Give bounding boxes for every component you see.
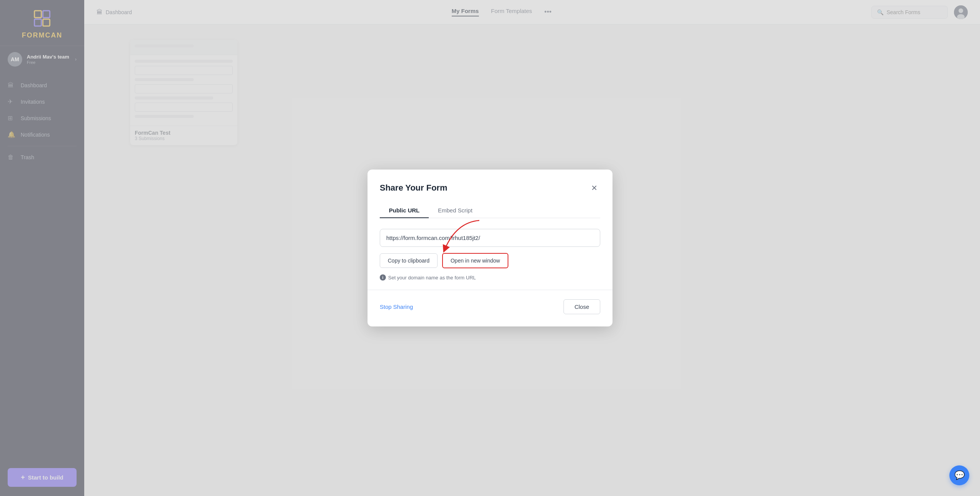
chat-icon: 💬	[954, 470, 965, 480]
tab-public-url[interactable]: Public URL	[380, 203, 429, 218]
open-in-new-window-button[interactable]: Open in new window	[442, 253, 508, 268]
modal-hint: i Set your domain name as the form URL	[380, 274, 600, 281]
public-url-input[interactable]	[380, 229, 600, 247]
modal-backdrop: Share Your Form ✕ Public URL Embed Scrip…	[0, 0, 980, 496]
close-button[interactable]: Close	[564, 299, 600, 314]
url-input-wrap	[380, 229, 600, 247]
hint-text: Set your domain name as the form URL	[388, 275, 476, 281]
modal-header: Share Your Form ✕	[380, 182, 600, 194]
info-icon: i	[380, 274, 386, 281]
tab-embed-script[interactable]: Embed Script	[429, 203, 482, 218]
modal-title: Share Your Form	[380, 183, 447, 193]
modal-footer: Stop Sharing Close	[380, 299, 600, 314]
modal-close-button[interactable]: ✕	[588, 182, 600, 194]
modal-divider	[368, 290, 612, 290]
modal-tabs: Public URL Embed Script	[380, 203, 600, 218]
modal-actions: Copy to clipboard Open in new window	[380, 253, 600, 268]
share-form-modal: Share Your Form ✕ Public URL Embed Scrip…	[368, 170, 612, 326]
stop-sharing-button[interactable]: Stop Sharing	[380, 303, 413, 310]
chat-bubble[interactable]: 💬	[949, 465, 969, 485]
copy-to-clipboard-button[interactable]: Copy to clipboard	[380, 253, 438, 268]
